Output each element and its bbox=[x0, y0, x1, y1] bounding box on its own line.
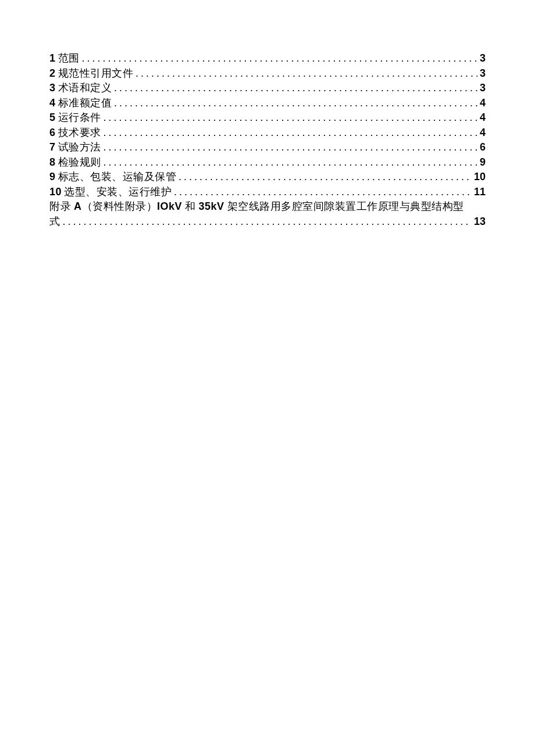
toc-entry: 1范围 ....................................… bbox=[49, 51, 486, 66]
toc-leader-dots: ........................................… bbox=[104, 126, 477, 141]
toc-entry: 6技术要求 ..................................… bbox=[49, 126, 486, 141]
table-of-contents: 1范围 ....................................… bbox=[49, 51, 486, 229]
toc-leader-dots: ........................................… bbox=[82, 51, 477, 66]
toc-appendix-line1: 附录 A（资料性附录）IOkV 和 35kV 架空线路用多腔室间隙装置工作原理与… bbox=[49, 199, 486, 214]
toc-leader-dots: ........................................… bbox=[104, 140, 477, 155]
toc-leader-dots: ........................................… bbox=[104, 155, 477, 170]
toc-page: 11 bbox=[474, 185, 486, 200]
toc-label: 8检验规则 bbox=[49, 155, 101, 170]
toc-label: 3术语和定义 bbox=[49, 81, 112, 96]
toc-page: 9 bbox=[480, 155, 486, 170]
toc-page: 13 bbox=[474, 214, 486, 230]
toc-page: 4 bbox=[480, 96, 486, 111]
toc-entry: 3术语和定义 .................................… bbox=[49, 81, 486, 96]
toc-page: 6 bbox=[480, 140, 486, 155]
toc-entry: 8检验规则 ..................................… bbox=[49, 155, 486, 170]
toc-leader-dots: ........................................… bbox=[104, 110, 477, 126]
toc-entry: 9标志、包装、运输及保管 ...........................… bbox=[49, 170, 486, 185]
toc-entry: 2规范性引用文件 ...............................… bbox=[49, 66, 486, 81]
toc-label: 6技术要求 bbox=[49, 126, 101, 141]
toc-entry: 7试验方法 ..................................… bbox=[49, 140, 486, 155]
toc-label: 4标准额定值 bbox=[49, 96, 112, 111]
toc-leader-dots: ........................................… bbox=[114, 96, 477, 111]
toc-page: 3 bbox=[480, 66, 486, 81]
toc-leader-dots: ........................................… bbox=[63, 214, 472, 230]
toc-page: 3 bbox=[480, 81, 486, 96]
toc-page: 3 bbox=[480, 51, 486, 66]
toc-entry: 5运行条件 ..................................… bbox=[49, 110, 486, 126]
toc-label: 式 bbox=[49, 214, 60, 230]
toc-leader-dots: ........................................… bbox=[179, 170, 472, 185]
toc-label: 7试验方法 bbox=[49, 140, 101, 155]
toc-label: 10选型、安装、运行维护 bbox=[49, 185, 172, 200]
toc-leader-dots: ........................................… bbox=[174, 185, 472, 200]
toc-label: 9标志、包装、运输及保管 bbox=[49, 170, 176, 185]
toc-entry: 10选型、安装、运行维护 ...........................… bbox=[49, 185, 486, 200]
toc-leader-dots: ........................................… bbox=[114, 81, 477, 96]
toc-entry: 4标准额定值 .................................… bbox=[49, 96, 486, 111]
toc-label: 1范围 bbox=[49, 51, 80, 66]
toc-label: 2规范性引用文件 bbox=[49, 66, 133, 81]
toc-page: 10 bbox=[474, 170, 486, 185]
toc-label: 5运行条件 bbox=[49, 110, 101, 126]
toc-appendix-line2: 式 ......................................… bbox=[49, 214, 486, 230]
toc-leader-dots: ........................................… bbox=[135, 66, 477, 81]
toc-page: 4 bbox=[480, 126, 486, 141]
toc-page: 4 bbox=[480, 110, 486, 126]
